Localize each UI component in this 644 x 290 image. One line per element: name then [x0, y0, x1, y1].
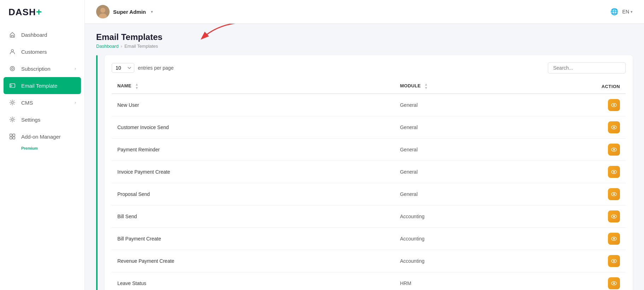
cell-action-7	[549, 250, 626, 272]
svg-point-34	[613, 283, 615, 284]
table-section: 10 25 50 100 entries per page	[105, 55, 633, 290]
logo-text: DASH+	[8, 6, 42, 18]
cell-name-1: Customer Invoice Send	[112, 116, 394, 139]
entries-per-page-select[interactable]: 10 25 50 100	[112, 63, 134, 73]
svg-point-1	[10, 66, 15, 71]
cell-name-5: Bill Send	[112, 205, 394, 228]
cell-name-4: Proposal Send	[112, 183, 394, 205]
cell-module-8: HRM	[394, 272, 549, 290]
logo-plus: +	[36, 6, 42, 17]
cell-name-8: Leave Status	[112, 272, 394, 290]
cell-action-0	[549, 94, 626, 116]
topbar-left: Super Admin ▾	[96, 5, 153, 18]
view-button-1[interactable]	[608, 121, 620, 133]
breadcrumb-home[interactable]: Dashboard	[96, 44, 119, 49]
col-action-label: ACTION	[602, 84, 620, 89]
svg-point-8	[11, 118, 13, 120]
col-header-action: ACTION	[549, 79, 626, 94]
sidebar-label-subscription: Subscription	[21, 66, 70, 72]
sidebar-nav: Dashboard Customers Subscription › Email…	[0, 23, 84, 290]
chevron-right-cms-icon: ›	[75, 100, 76, 105]
table-row: Payment Reminder General	[112, 139, 626, 161]
page-title: Email Templates	[96, 32, 633, 42]
cell-action-1	[549, 116, 626, 139]
svg-point-30	[613, 238, 615, 240]
home-icon	[8, 31, 16, 39]
sidebar-label-email-template: Email Template	[21, 83, 76, 89]
sidebar-item-email-template[interactable]: Email Template	[4, 77, 81, 94]
table-row: Customer Invoice Send General	[112, 116, 626, 139]
cell-module-4: General	[394, 183, 549, 205]
table-controls: 10 25 50 100 entries per page	[112, 62, 626, 74]
cell-module-7: Accounting	[394, 250, 549, 272]
svg-point-0	[11, 50, 13, 52]
subscription-icon	[8, 65, 16, 72]
svg-point-18	[613, 104, 615, 106]
lang-button[interactable]: EN ▾	[622, 9, 633, 14]
view-button-0[interactable]	[608, 99, 620, 111]
sidebar-label-cms: CMS	[21, 100, 70, 106]
sidebar-item-settings[interactable]: Settings	[0, 111, 84, 128]
cell-name-6: Bill Payment Create	[112, 228, 394, 250]
svg-rect-10	[13, 134, 15, 136]
table-header-row: NAME ▲▼ MODULE ▲▼ ACTION	[112, 79, 626, 94]
cell-module-2: General	[394, 139, 549, 161]
chevron-right-icon: ›	[75, 66, 76, 71]
topbar-right: 🌐 EN ▾	[610, 8, 633, 16]
cell-module-0: General	[394, 94, 549, 116]
admin-dropdown-icon[interactable]: ▾	[151, 10, 153, 14]
cell-module-6: Accounting	[394, 228, 549, 250]
cell-action-4	[549, 183, 626, 205]
view-button-3[interactable]	[608, 166, 620, 178]
sidebar-label-dashboard: Dashboard	[21, 32, 76, 38]
cell-module-3: General	[394, 161, 549, 183]
sidebar-item-subscription[interactable]: Subscription ›	[0, 60, 84, 77]
view-button-2[interactable]	[608, 144, 620, 156]
page-title-area: Email Templates Dashboard › Email Templa…	[96, 32, 633, 49]
cell-name-3: Invoice Payment Create	[112, 161, 394, 183]
search-input[interactable]	[548, 62, 626, 74]
view-button-5[interactable]	[608, 210, 620, 222]
content-main: 10 25 50 100 entries per page	[105, 55, 633, 290]
svg-point-26	[613, 193, 615, 195]
main-area: Super Admin ▾ 🌐 EN ▾ Email Templates Das…	[85, 0, 644, 290]
logo: DASH+	[0, 0, 84, 23]
sidebar-item-addon-manager[interactable]: Add-on Manager Premium	[0, 128, 84, 155]
sidebar-item-dashboard[interactable]: Dashboard	[0, 26, 84, 43]
cell-name-0: New User	[112, 94, 394, 116]
table-row: Proposal Send General	[112, 183, 626, 205]
view-button-8[interactable]	[608, 277, 620, 289]
col-header-module: MODULE ▲▼	[394, 79, 549, 94]
content-area: Email Templates Dashboard › Email Templa…	[85, 24, 644, 290]
globe-icon: 🌐	[610, 8, 618, 16]
logo-dash: DASH	[8, 7, 36, 17]
view-button-6[interactable]	[608, 233, 620, 245]
table-row: Bill Payment Create Accounting	[112, 228, 626, 250]
sort-module-icon[interactable]: ▲▼	[424, 83, 428, 90]
view-button-7[interactable]	[608, 255, 620, 267]
cell-name-2: Payment Reminder	[112, 139, 394, 161]
email-template-icon	[8, 82, 16, 89]
admin-name: Super Admin	[113, 9, 146, 15]
svg-point-7	[11, 102, 13, 103]
view-button-4[interactable]	[608, 188, 620, 200]
table-row: New User General	[112, 94, 626, 116]
topbar: Super Admin ▾ 🌐 EN ▾	[85, 0, 644, 24]
svg-point-22	[613, 149, 615, 151]
col-module-label: MODULE	[400, 83, 421, 88]
cell-action-5	[549, 205, 626, 228]
table-row: Bill Send Accounting	[112, 205, 626, 228]
sidebar-item-cms[interactable]: CMS ›	[0, 94, 84, 111]
table-row: Invoice Payment Create General	[112, 161, 626, 183]
premium-badge: Premium	[8, 146, 76, 150]
cell-action-3	[549, 161, 626, 183]
sidebar: DASH+ Dashboard Customers Subscription ›	[0, 0, 85, 290]
sidebar-item-customers[interactable]: Customers	[0, 43, 84, 60]
content-inner: 10 25 50 100 entries per page	[96, 55, 633, 290]
svg-point-2	[11, 68, 13, 69]
col-name-label: NAME	[117, 83, 131, 88]
accent-border	[96, 55, 98, 290]
svg-rect-9	[10, 134, 12, 136]
breadcrumb-current: Email Templates	[124, 44, 158, 49]
sort-name-icon[interactable]: ▲▼	[135, 83, 139, 90]
